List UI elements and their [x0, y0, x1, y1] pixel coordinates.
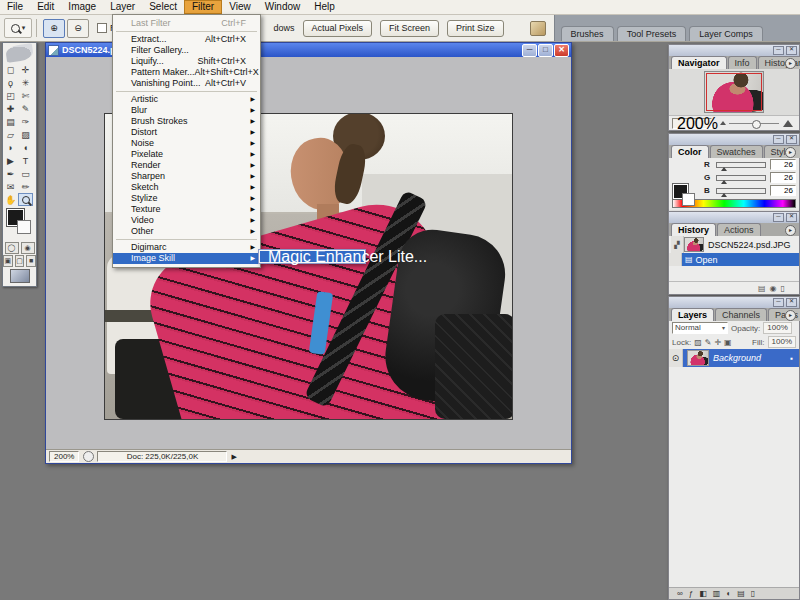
visibility-eye-icon[interactable]: ⊙: [669, 349, 683, 367]
zoom-percentage-field[interactable]: 200%: [49, 451, 79, 462]
eraser-tool[interactable]: ▱: [3, 128, 18, 141]
resize-windows-checkbox[interactable]: [97, 23, 107, 33]
palette-well-tab[interactable]: Tool Presets: [617, 26, 687, 41]
minimize-icon[interactable]: ─: [773, 135, 784, 144]
slider-thumb[interactable]: [752, 120, 761, 129]
channel-slider[interactable]: [716, 162, 766, 168]
palette-titlebar[interactable]: ─ ✕: [669, 45, 799, 56]
gradient-tool[interactable]: ▨: [18, 128, 33, 141]
menubar-item[interactable]: Filter: [184, 0, 222, 14]
close-icon[interactable]: ✕: [786, 135, 797, 144]
minimize-button[interactable]: ─: [522, 44, 537, 57]
shape-tool[interactable]: ▭: [18, 167, 33, 180]
lock-paint-icon[interactable]: ✎: [705, 338, 712, 347]
palette-tab[interactable]: Swatches: [710, 145, 763, 158]
filter-menu-item[interactable]: Last Filter Ctrl+F: [113, 18, 260, 29]
channel-value-field[interactable]: 26: [770, 159, 796, 170]
palette-tab[interactable]: Navigator: [671, 56, 727, 69]
fill-field[interactable]: 100%: [768, 336, 796, 348]
lasso-tool[interactable]: ϙ: [3, 76, 18, 89]
menubar-item[interactable]: Edit: [30, 0, 61, 14]
palette-tab[interactable]: Actions: [717, 223, 761, 236]
palette-tab[interactable]: Channels: [715, 308, 767, 321]
menubar-item[interactable]: Layer: [103, 0, 142, 14]
history-step[interactable]: ▤ Open: [669, 253, 799, 266]
filter-menu-item[interactable]: Pattern Maker... Alt+Shift+Ctrl+X: [113, 67, 260, 78]
channel-slider[interactable]: [716, 175, 766, 181]
new-snapshot-icon[interactable]: ◉: [770, 284, 777, 293]
lock-all-icon[interactable]: ▣: [724, 338, 732, 347]
rectangular-marquee-tool[interactable]: ◻: [3, 63, 18, 76]
options-button[interactable]: Actual Pixels: [303, 20, 373, 37]
zoom-tool[interactable]: [18, 193, 33, 206]
standard-screen-mode-button[interactable]: ▣: [3, 255, 13, 267]
close-icon[interactable]: ✕: [786, 46, 797, 55]
zoom-out-button[interactable]: ⊖: [67, 19, 89, 38]
jump-to-imageready-button[interactable]: [10, 269, 30, 283]
slider-thumb[interactable]: [721, 180, 727, 184]
magic-wand-tool[interactable]: ✳: [18, 76, 33, 89]
brush-tool[interactable]: ✎: [18, 102, 33, 115]
slice-tool[interactable]: ✄: [18, 89, 33, 102]
palette-well-tab[interactable]: Brushes: [561, 26, 614, 41]
palette-tab[interactable]: Layers: [671, 308, 714, 321]
hand-tool[interactable]: ✋: [3, 193, 18, 206]
navigator-zoom-field[interactable]: 200%: [672, 118, 712, 129]
filter-menu-item[interactable]: Other ▶: [113, 226, 260, 237]
slider-thumb[interactable]: [721, 167, 727, 171]
filter-menu-item[interactable]: Sketch ▶: [113, 182, 260, 193]
close-icon[interactable]: ✕: [786, 213, 797, 222]
navigator-thumbnail[interactable]: [704, 71, 764, 113]
minimize-icon[interactable]: ─: [773, 298, 784, 307]
magic-enhancer-lite-item[interactable]: Magic Enhancer Lite...: [260, 251, 364, 262]
Background[interactable]: ⊙ Background ▪: [669, 349, 799, 367]
fullscreen-menubar-mode-button[interactable]: ▢: [15, 255, 25, 267]
filter-menu-item[interactable]: Noise ▶: [113, 138, 260, 149]
filter-menu-item[interactable]: Extract... Alt+Ctrl+X: [113, 34, 260, 45]
filter-menu-item[interactable]: Vanishing Point... Alt+Ctrl+V: [113, 78, 260, 89]
palette-titlebar[interactable]: ─ ✕: [669, 212, 799, 223]
filter-menu-item[interactable]: Blur ▶: [113, 105, 260, 116]
palette-tab[interactable]: Color: [671, 145, 709, 158]
history-brush-tool[interactable]: ✑: [18, 115, 33, 128]
quick-mask-mode-button[interactable]: ◉: [21, 242, 35, 254]
type-tool[interactable]: T: [18, 154, 33, 167]
minimize-icon[interactable]: ─: [773, 213, 784, 222]
filter-menu-item[interactable]: Render ▶: [113, 160, 260, 171]
fullscreen-mode-button[interactable]: ■: [26, 255, 36, 267]
palette-well-tab[interactable]: Layer Comps: [689, 26, 763, 41]
notes-tool[interactable]: ✉: [3, 180, 18, 193]
layer-style-icon[interactable]: ƒ: [689, 589, 693, 598]
delete-state-icon[interactable]: ▯: [781, 284, 785, 293]
zoom-out-mountain-icon[interactable]: [720, 121, 726, 125]
standard-mode-button[interactable]: ◯: [5, 242, 19, 254]
zoom-tool-options-button[interactable]: ▾: [4, 18, 32, 38]
filter-menu-item[interactable]: Distort ▶: [113, 127, 260, 138]
filter-menu-item[interactable]: Pixelate ▶: [113, 149, 260, 160]
menubar-item[interactable]: File: [0, 0, 30, 14]
delete-layer-icon[interactable]: ▯: [751, 589, 755, 598]
zoom-in-button[interactable]: ⊕: [43, 19, 65, 38]
layer-set-icon[interactable]: ▥: [713, 589, 721, 598]
menubar-item[interactable]: View: [222, 0, 258, 14]
palette-titlebar[interactable]: ─ ✕: [669, 297, 799, 308]
lock-transparency-icon[interactable]: ▨: [694, 338, 702, 347]
filter-menu-item[interactable]: Sharpen ▶: [113, 171, 260, 182]
pen-tool[interactable]: ✒: [3, 167, 18, 180]
menubar-item[interactable]: Image: [61, 0, 103, 14]
channel-value-field[interactable]: 26: [770, 185, 796, 196]
path-selection-tool[interactable]: ▶: [3, 154, 18, 167]
history-snapshot-row[interactable]: ▞ DSCN5224.psd.JPG: [669, 236, 799, 253]
dodge-tool[interactable]: ◖: [18, 141, 33, 154]
palette-tab[interactable]: Info: [728, 56, 757, 69]
maximize-button[interactable]: □: [538, 44, 553, 57]
background-color-swatch[interactable]: [17, 220, 31, 234]
close-button[interactable]: ✕: [554, 44, 569, 57]
channel-value-field[interactable]: 26: [770, 172, 796, 183]
move-tool[interactable]: ✛: [18, 63, 33, 76]
background-color-swatch[interactable]: [682, 193, 695, 206]
palette-menu-button[interactable]: ▸: [785, 225, 796, 236]
crop-tool[interactable]: ◰: [3, 89, 18, 102]
palette-titlebar[interactable]: ─ ✕: [669, 134, 799, 145]
healing-brush-tool[interactable]: ✚: [3, 102, 18, 115]
